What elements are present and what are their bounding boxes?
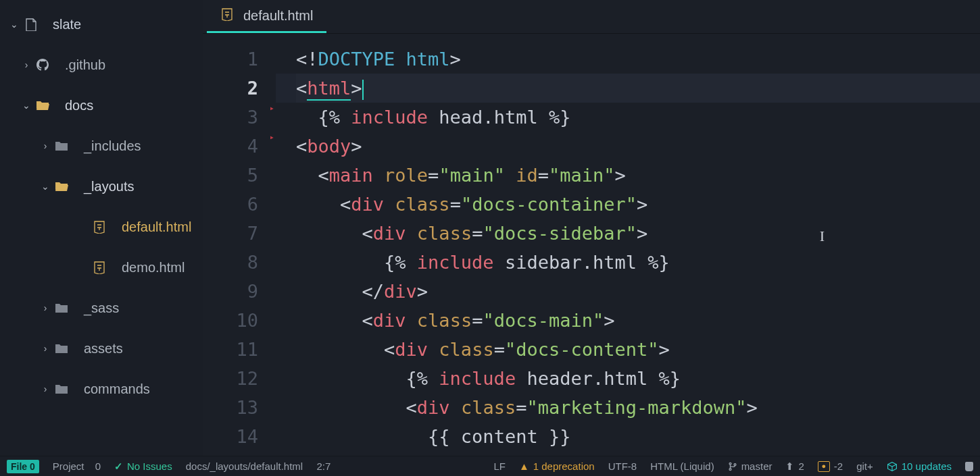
- status-line-ending[interactable]: LF: [487, 460, 512, 472]
- chevron-right-icon: ›: [18, 59, 35, 70]
- code-line[interactable]: <div class="docs-container">: [296, 190, 980, 219]
- status-behind[interactable]: ●-2: [811, 460, 850, 472]
- warning-icon: ▲: [519, 460, 529, 472]
- folder-closed-icon: [54, 138, 69, 153]
- fold-marker-icon[interactable]: ▸: [270, 123, 274, 152]
- line-number: 4: [203, 132, 258, 161]
- status-issues[interactable]: ✓No Issues: [107, 456, 179, 476]
- status-encoding[interactable]: UTF-8: [602, 460, 644, 472]
- code-line[interactable]: <!DOCTYPE html>: [296, 45, 980, 74]
- code-line[interactable]: <div class="docs-main">: [296, 306, 980, 335]
- tree-item-label: docs: [65, 98, 93, 113]
- line-number: 7: [203, 219, 258, 248]
- code-line[interactable]: <main role="main" id="main">: [296, 161, 980, 190]
- code-line[interactable]: <body>: [296, 132, 980, 161]
- tree-item-label: demo.html: [122, 260, 185, 275]
- tree-item-label: assets: [84, 341, 123, 356]
- package-icon: [887, 461, 898, 472]
- line-number: 6: [203, 190, 258, 219]
- tree-folder-commands[interactable]: ›commands: [0, 369, 203, 409]
- line-number: 11: [203, 335, 258, 364]
- line-number: 3: [203, 103, 258, 132]
- chevron-right-icon: ›: [36, 343, 54, 354]
- tree-folder-docs[interactable]: ⌄docs: [0, 85, 203, 126]
- code-line[interactable]: <html>: [296, 74, 980, 103]
- tree-folder-slate[interactable]: ⌄slate: [0, 4, 203, 45]
- branch-icon: [728, 461, 737, 472]
- line-number: 5: [203, 161, 258, 190]
- tab-label: default.html: [243, 8, 313, 24]
- code-area[interactable]: 1▸2▸34567891011121314 <!DOCTYPE html><ht…: [203, 34, 980, 456]
- html-icon: [92, 219, 107, 234]
- tree-file-demo-html[interactable]: demo.html: [0, 247, 203, 288]
- folder-closed-icon: [54, 341, 69, 356]
- code-line[interactable]: <div class="docs-content">: [296, 335, 980, 364]
- behind-box-icon: ●: [818, 461, 830, 472]
- arrow-up-icon: ⬆: [785, 460, 794, 473]
- code-line[interactable]: {% include head.html %}: [296, 103, 980, 132]
- line-number: 1: [203, 45, 258, 74]
- folder-open-icon: [54, 179, 69, 194]
- fold-marker-icon[interactable]: ▸: [270, 94, 274, 123]
- status-ahead[interactable]: ⬆2: [779, 460, 810, 473]
- tree-folder-assets[interactable]: ›assets: [0, 328, 203, 369]
- tree-item-label: _includes: [84, 138, 141, 154]
- status-bar: File 0 Project 0 ✓No Issues docs/_layout…: [0, 456, 980, 476]
- tab-bar: default.html: [203, 0, 980, 34]
- chevron-down-icon: ⌄: [5, 19, 23, 30]
- editor-pane: default.html 1▸2▸34567891011121314 <!DOC…: [203, 0, 980, 456]
- gutter: 1▸2▸34567891011121314: [203, 34, 276, 456]
- tree-item-label: .github: [65, 57, 105, 73]
- tree-item-label: default.html: [122, 219, 191, 235]
- tree-folder-_sass[interactable]: ›_sass: [0, 288, 203, 328]
- code-line[interactable]: {{ content }}: [296, 422, 980, 451]
- folder-closed-icon: [54, 300, 69, 315]
- status-git[interactable]: git+: [850, 460, 880, 472]
- status-updates[interactable]: 10 updates: [880, 460, 958, 472]
- tab-default-html[interactable]: default.html: [207, 0, 326, 33]
- tree-folder-_layouts[interactable]: ⌄_layouts: [0, 166, 203, 207]
- status-path[interactable]: docs/_layouts/default.html 2:7: [179, 456, 338, 476]
- status-squirrel[interactable]: [958, 462, 980, 471]
- chevron-right-icon: ›: [36, 140, 54, 151]
- folder-open-icon: [35, 98, 50, 113]
- code-content[interactable]: <!DOCTYPE html><html> {% include head.ht…: [276, 34, 980, 456]
- tree-folder-github[interactable]: ›.github: [0, 45, 203, 85]
- chevron-down-icon: ⌄: [18, 100, 35, 111]
- code-line[interactable]: {% include sidebar.html %}: [296, 248, 980, 277]
- tree-folder-_includes[interactable]: ›_includes: [0, 126, 203, 166]
- file-tree: ⌄slate›.github⌄docs›_includes⌄_layoutsde…: [0, 0, 203, 456]
- tree-item-label: _sass: [84, 300, 119, 316]
- code-line[interactable]: <div class="docs-sidebar">: [296, 219, 980, 248]
- code-line[interactable]: {% include header.html %}: [296, 364, 980, 393]
- tree-item-label: commands: [84, 381, 150, 397]
- tree-item-label: slate: [53, 17, 81, 32]
- status-warning[interactable]: ▲ 1 deprecation: [512, 460, 602, 472]
- chevron-right-icon: ›: [36, 302, 54, 313]
- text-cursor-icon: I: [820, 221, 825, 250]
- line-number: 12: [203, 364, 258, 393]
- line-number: 14: [203, 422, 258, 451]
- line-number: 2: [203, 74, 258, 103]
- status-file[interactable]: File 0: [0, 456, 46, 476]
- html-icon: [92, 260, 107, 275]
- line-number: 10: [203, 306, 258, 335]
- code-line[interactable]: </div>: [296, 277, 980, 306]
- chevron-down-icon: ⌄: [36, 181, 54, 192]
- line-number: 9: [203, 277, 258, 306]
- code-line[interactable]: <div class="marketing-markdown">: [296, 393, 980, 422]
- book-icon: [23, 17, 38, 32]
- chevron-right-icon: ›: [36, 384, 54, 394]
- github-icon: [35, 57, 50, 72]
- status-language[interactable]: HTML (Liquid): [643, 460, 720, 472]
- html-icon: [220, 7, 234, 24]
- status-project[interactable]: Project 0: [46, 456, 107, 476]
- line-number: 8: [203, 248, 258, 277]
- folder-closed-icon: [54, 381, 69, 396]
- status-branch[interactable]: master: [721, 460, 779, 472]
- tree-file-default-html[interactable]: default.html: [0, 207, 203, 247]
- squirrel-icon: [965, 462, 973, 471]
- tree-item-label: _layouts: [84, 179, 134, 194]
- line-number: 13: [203, 393, 258, 422]
